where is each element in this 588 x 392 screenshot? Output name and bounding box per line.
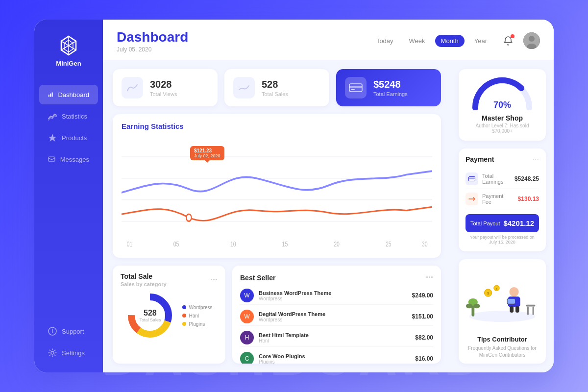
tips-subtitle: Frequently Asked Questions for MiniGen C…	[465, 345, 540, 359]
sidebar-item-products-label: Products	[62, 134, 87, 142]
seller-info-2: Best Html Template Html	[259, 332, 410, 343]
seller-cat-0: Wordpress	[259, 296, 407, 301]
donut-total-num: 528	[139, 309, 161, 318]
sidebar-item-settings-label: Settings	[62, 349, 85, 357]
sidebar-item-statistics[interactable]: Statistics	[39, 106, 98, 126]
user-avatar[interactable]	[523, 32, 540, 49]
logo-icon	[57, 34, 80, 57]
donut-chart: 528 Total Sales	[125, 291, 174, 340]
payout-amount: $4201.12	[503, 219, 534, 227]
svg-text:10: 10	[230, 240, 236, 248]
svg-text:i: i	[52, 329, 53, 334]
svg-rect-50	[515, 306, 519, 313]
sidebar: MiniGen Dashboard Statistics	[34, 20, 103, 372]
seller-row-0: W Business WordPress Theme Wordpress $24…	[240, 287, 433, 305]
header-right: Today Week Month Year	[370, 32, 540, 49]
total-sale-card: Total Sale Sales by category ···	[113, 266, 225, 364]
sidebar-logo: MiniGen	[56, 34, 81, 67]
seller-cat-1: Wordpress	[259, 317, 407, 322]
filter-today[interactable]: Today	[370, 35, 399, 47]
tips-illustration: $ $	[465, 264, 540, 336]
earning-chart-svg: 01 05 10 15 20 25 30	[122, 135, 432, 250]
seller-info-1: Degital WordPress Theme Wordpress	[259, 311, 407, 322]
svg-marker-8	[49, 134, 56, 142]
filter-week[interactable]: Week	[403, 35, 431, 47]
sidebar-item-dashboard[interactable]: Dashboard	[39, 85, 98, 104]
notifications-button[interactable]	[500, 32, 516, 49]
filter-month[interactable]: Month	[435, 35, 465, 47]
stat-sales-info: 528 Total Sales	[262, 79, 288, 97]
stat-views-value: 3028	[150, 79, 177, 90]
svg-rect-18	[351, 89, 355, 90]
seller-price-0: $249.00	[412, 292, 433, 299]
notification-dot	[511, 34, 514, 38]
total-sale-heading: Total Sale	[121, 272, 167, 280]
payment-amount-0: $5248.25	[514, 175, 539, 182]
stat-card-earnings: $5248 Total Earnings	[336, 69, 441, 106]
sidebar-item-messages[interactable]: Messages	[39, 149, 98, 169]
chart-tooltip: $121.23 July 02, 2020	[190, 146, 224, 160]
send-icon	[468, 196, 475, 201]
info-icon: i	[48, 327, 57, 336]
svg-text:05: 05	[173, 240, 179, 248]
tooltip-value: $121.23	[194, 148, 220, 153]
svg-rect-49	[510, 306, 514, 313]
sidebar-item-support[interactable]: i Support	[39, 321, 98, 341]
svg-point-23	[186, 214, 192, 221]
stat-card-sales: 528 Total Sales	[224, 69, 329, 106]
views-chart-icon	[125, 81, 139, 95]
best-seller-title: Best Seller ···	[240, 272, 433, 283]
svg-rect-51	[526, 305, 535, 307]
best-seller-heading: Best Seller	[240, 274, 275, 282]
time-filter: Today Week Month Year	[370, 35, 493, 47]
gauge-percent: 70%	[493, 100, 511, 110]
donut-label: 528 Total Sales	[139, 309, 161, 322]
stat-sales-label: Total Sales	[262, 91, 288, 97]
svg-text:$: $	[487, 291, 490, 295]
seller-price-1: $151.00	[412, 313, 433, 320]
best-seller-card: Best Seller ··· W Business WordPress The…	[232, 266, 441, 364]
header: Dashboard July 05, 2020 Today Week Month…	[103, 20, 554, 60]
legend-wordpress: Wordpress	[182, 305, 212, 310]
svg-point-14	[529, 36, 535, 42]
legend-dot-wordpress	[182, 305, 186, 309]
svg-rect-5	[49, 95, 49, 97]
payment-label-0: Total Earnings	[482, 173, 511, 185]
stat-earnings-value: $5248	[373, 79, 408, 90]
seller-name-1: Degital WordPress Theme	[259, 311, 407, 317]
stats-icon	[48, 112, 57, 121]
svg-point-12	[51, 351, 54, 354]
seller-price-2: $82.00	[415, 334, 433, 341]
total-sale-menu[interactable]: ···	[210, 275, 218, 285]
seller-row-3: C Core Woo Plugins Plugins $16.00	[240, 350, 433, 364]
chart-title: Earning Statistics	[122, 122, 432, 130]
seller-info-0: Business WordPress Theme Wordpress	[259, 290, 407, 301]
card-icon	[349, 83, 363, 92]
tips-title: Tips Contributor	[477, 336, 527, 343]
svg-text:15: 15	[282, 240, 288, 248]
seller-icon-0: W	[240, 289, 254, 302]
svg-rect-9	[49, 157, 55, 161]
payment-row-0: Total Earnings $5248.25	[466, 169, 539, 189]
sidebar-item-settings[interactable]: Settings	[39, 343, 98, 363]
main-container: MiniGen Dashboard Statistics	[34, 20, 554, 372]
sidebar-item-products[interactable]: Products	[39, 128, 98, 147]
seller-name-3: Core Woo Plugins	[259, 353, 410, 359]
total-sale-subtitle: Sales by category	[121, 281, 167, 287]
legend-dot-plugins	[182, 322, 186, 326]
left-panel: 3028 Total Views 528 Total Sales	[103, 60, 451, 372]
sales-icon-wrap	[233, 77, 255, 98]
best-seller-menu[interactable]: ···	[426, 272, 433, 283]
payout-note: Your payout will be processed on July 15…	[466, 235, 539, 245]
stat-views-label: Total Views	[150, 91, 177, 97]
views-icon-wrap	[122, 77, 143, 98]
seller-row-1: W Degital WordPress Theme Wordpress $151…	[240, 308, 433, 326]
legend-label-plugins: Plugins	[189, 321, 205, 327]
earnings-icon-wrap	[345, 77, 367, 98]
svg-point-36	[469, 311, 536, 322]
total-payout-button[interactable]: Total Payout $4201.12	[466, 214, 539, 232]
tooltip-date: July 02, 2020	[194, 153, 220, 158]
payment-menu[interactable]: ···	[533, 155, 539, 164]
filter-year[interactable]: Year	[468, 35, 493, 47]
chart-icon	[48, 90, 53, 99]
